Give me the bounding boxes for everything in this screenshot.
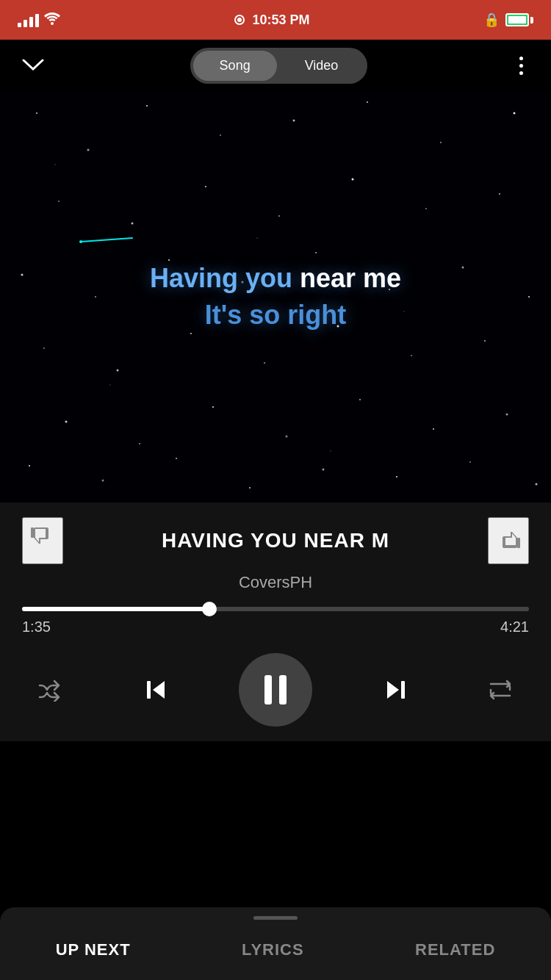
lyric-rest: near me <box>300 263 401 293</box>
bottom-tab-bar: UP NEXT LYRICS RELATED <box>0 920 551 980</box>
svg-point-38 <box>506 414 508 416</box>
next-button[interactable] <box>375 669 417 710</box>
svg-point-25 <box>43 347 45 349</box>
video-area[interactable]: Having you near me It's so right <box>0 91 551 502</box>
wifi-icon <box>43 11 61 29</box>
svg-point-0 <box>51 22 54 25</box>
svg-point-9 <box>514 112 516 115</box>
svg-point-2 <box>36 112 37 114</box>
svg-point-33 <box>139 443 140 444</box>
tab-song[interactable]: Song <box>193 51 277 81</box>
svg-point-45 <box>469 461 471 463</box>
status-right: 🔒 <box>483 12 533 28</box>
thumbup-button[interactable] <box>488 517 529 564</box>
song-title: HAVING YOU NEAR M <box>71 529 480 552</box>
svg-point-48 <box>256 237 258 239</box>
svg-point-4 <box>146 105 148 107</box>
svg-point-24 <box>528 296 530 298</box>
time-display: 10:53 PM <box>252 12 309 28</box>
svg-rect-57 <box>147 681 151 699</box>
progress-fill <box>22 607 209 611</box>
more-options-button[interactable] <box>514 51 529 81</box>
svg-point-47 <box>54 164 56 165</box>
svg-point-11 <box>132 223 134 225</box>
svg-point-23 <box>462 267 464 269</box>
svg-point-28 <box>264 362 265 364</box>
svg-point-49 <box>403 311 405 312</box>
svg-point-42 <box>249 487 251 489</box>
svg-point-10 <box>58 201 60 202</box>
svg-point-5 <box>220 134 221 136</box>
current-time: 1:35 <box>22 619 51 635</box>
lyric-line-2: It's so right <box>150 297 401 334</box>
status-left <box>18 11 61 29</box>
record-icon <box>234 15 245 25</box>
artist-name: CoversPH <box>22 573 529 592</box>
total-time: 4:21 <box>500 619 529 635</box>
svg-point-14 <box>352 179 354 181</box>
top-nav: Song Video <box>0 40 551 91</box>
svg-point-21 <box>315 252 317 253</box>
svg-point-13 <box>278 215 280 217</box>
svg-point-3 <box>87 149 90 151</box>
time-row: 1:35 4:21 <box>22 619 529 635</box>
svg-point-35 <box>286 436 288 438</box>
shuffle-button[interactable] <box>29 671 72 709</box>
playback-controls <box>22 653 529 727</box>
progress-thumb[interactable] <box>202 602 217 616</box>
status-center: 10:53 PM <box>234 12 309 28</box>
status-bar: 10:53 PM 🔒 <box>0 0 551 40</box>
svg-rect-54 <box>31 527 34 538</box>
bottom-panel: UP NEXT LYRICS RELATED <box>0 907 551 980</box>
progress-bar[interactable] <box>22 607 529 611</box>
svg-point-41 <box>176 458 177 459</box>
svg-marker-56 <box>153 681 165 699</box>
svg-point-34 <box>212 406 214 408</box>
svg-point-18 <box>95 296 96 298</box>
thumbdown-button[interactable] <box>22 517 63 564</box>
svg-point-36 <box>359 399 361 400</box>
tab-video[interactable]: Video <box>278 51 365 81</box>
svg-point-30 <box>411 355 412 356</box>
song-video-tab-switcher: Song Video <box>190 48 368 84</box>
svg-marker-58 <box>387 681 399 699</box>
lyrics-overlay: Having you near me It's so right <box>150 260 401 334</box>
tab-related[interactable]: RELATED <box>400 934 510 965</box>
svg-point-32 <box>65 421 68 423</box>
repeat-button[interactable] <box>479 671 522 709</box>
svg-point-17 <box>21 274 24 276</box>
svg-point-6 <box>293 120 295 122</box>
pause-icon <box>264 675 287 705</box>
pause-button[interactable] <box>239 653 312 727</box>
tab-up-next[interactable]: UP NEXT <box>41 934 145 965</box>
collapse-button[interactable] <box>22 54 44 77</box>
svg-point-12 <box>205 186 206 187</box>
svg-point-43 <box>323 469 325 471</box>
svg-point-40 <box>102 480 104 482</box>
svg-rect-55 <box>517 538 520 548</box>
tab-lyrics[interactable]: LYRICS <box>227 934 319 965</box>
song-info-row: HAVING YOU NEAR M <box>22 517 529 564</box>
svg-point-50 <box>109 384 111 386</box>
battery-icon <box>505 13 533 26</box>
svg-point-15 <box>425 208 427 209</box>
lock-icon: 🔒 <box>483 12 500 28</box>
player-area: HAVING YOU NEAR M CoversPH 1:35 4:21 <box>0 502 551 741</box>
svg-point-8 <box>440 142 442 143</box>
svg-point-26 <box>117 370 119 372</box>
signal-icon <box>18 12 39 27</box>
lyric-highlighted: Having you <box>150 263 300 293</box>
svg-point-31 <box>484 340 486 342</box>
svg-point-37 <box>433 428 434 430</box>
svg-point-46 <box>536 483 538 486</box>
previous-button[interactable] <box>135 669 176 710</box>
lyric-line-1: Having you near me <box>150 260 401 297</box>
svg-point-39 <box>29 465 30 466</box>
svg-rect-59 <box>401 681 405 699</box>
svg-point-53 <box>79 240 82 243</box>
svg-point-44 <box>396 476 397 478</box>
svg-point-7 <box>367 101 368 103</box>
svg-point-51 <box>330 450 331 452</box>
svg-point-16 <box>499 193 500 195</box>
